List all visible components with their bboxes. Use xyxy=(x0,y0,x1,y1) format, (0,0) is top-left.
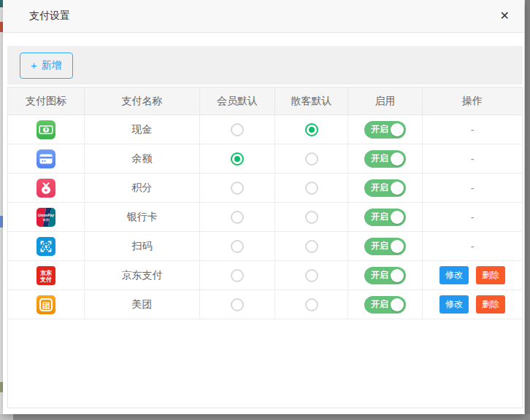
page-horizontal-scrollbar-track[interactable] xyxy=(0,414,530,420)
walkin-default-radio[interactable] xyxy=(305,123,318,136)
points-icon: ★ xyxy=(37,179,55,198)
payment-icon-cell: ¥ xyxy=(8,115,85,144)
cash-icon: ¥ xyxy=(37,120,55,139)
walkin-default-radio[interactable] xyxy=(305,152,318,166)
actions-cell: - xyxy=(423,203,522,231)
column-header: 支付图标 xyxy=(8,88,85,114)
payment-name: 现金 xyxy=(85,115,200,144)
toggle-on-label: 开启 xyxy=(371,298,388,311)
svg-text:支付: 支付 xyxy=(39,276,52,283)
table-row: ¥现金开启- xyxy=(8,115,522,144)
column-header: 启用 xyxy=(348,88,423,114)
modal-body: + 新增 支付图标支付名称会员默认散客默认启用操作 ¥现金开启-余额开启-★积分… xyxy=(7,46,523,408)
member-default-radio[interactable] xyxy=(231,182,244,195)
member-default-cell xyxy=(200,232,275,260)
payment-icon-cell: ★ xyxy=(8,174,85,202)
no-action-dash: - xyxy=(471,124,475,136)
no-action-dash: - xyxy=(471,153,475,165)
enable-toggle[interactable]: 开启 xyxy=(364,267,406,284)
enable-toggle[interactable]: 开启 xyxy=(364,121,406,139)
payment-name: 京东支付 xyxy=(85,261,200,289)
svg-text:京东: 京东 xyxy=(40,268,52,276)
walkin-default-radio[interactable] xyxy=(305,269,318,282)
toggle-on-label: 开启 xyxy=(371,269,388,281)
enable-toggle[interactable]: 开启 xyxy=(364,238,406,255)
toggle-on-label: 开启 xyxy=(371,182,388,194)
member-default-radio[interactable] xyxy=(231,240,244,253)
page-horizontal-scrollbar-thumb[interactable] xyxy=(13,414,530,420)
payment-icon-cell: 京东支付 xyxy=(8,261,85,289)
modify-button[interactable]: 修改 xyxy=(439,295,469,313)
member-default-radio[interactable] xyxy=(231,123,244,136)
enable-cell: 开启 xyxy=(348,290,423,319)
column-header: 操作 xyxy=(423,88,522,114)
delete-button[interactable]: 删除 xyxy=(476,266,505,284)
no-action-dash: - xyxy=(471,241,475,252)
enable-toggle[interactable]: 开启 xyxy=(364,209,406,226)
column-header: 散客默认 xyxy=(275,88,348,114)
payment-name: 余额 xyxy=(85,144,200,173)
balance-icon xyxy=(37,149,55,168)
actions-cell: - xyxy=(423,144,522,173)
walkin-default-radio[interactable] xyxy=(305,240,318,253)
column-header: 会员默认 xyxy=(200,88,275,114)
delete-button[interactable]: 删除 xyxy=(476,295,505,313)
actions-cell: 修改删除 xyxy=(423,290,522,319)
member-default-cell xyxy=(200,174,275,202)
column-header: 支付名称 xyxy=(85,88,200,114)
payment-name: 银行卡 xyxy=(85,203,200,231)
bankcard-icon: UnionPay银联 xyxy=(37,208,55,227)
modal-header: 支付设置 ✕ xyxy=(3,0,524,33)
walkin-default-cell xyxy=(275,232,348,260)
no-action-dash: - xyxy=(471,182,475,194)
payment-icon-cell: 团 xyxy=(8,290,85,319)
toggle-knob xyxy=(391,152,404,166)
svg-text:银联: 银联 xyxy=(42,218,50,222)
walkin-default-cell xyxy=(275,144,348,173)
table-row: 团美团开启修改删除 xyxy=(8,290,522,319)
payment-name: 扫码 xyxy=(85,232,200,260)
payment-icon-cell: ¥ xyxy=(8,232,85,260)
table-row: ¥扫码开启- xyxy=(8,232,522,261)
modal-title: 支付设置 xyxy=(29,9,70,23)
toolbar: + 新增 xyxy=(7,46,523,85)
payment-name: 美团 xyxy=(85,290,200,319)
member-default-cell xyxy=(200,144,275,173)
table-row: 余额开启- xyxy=(8,144,522,174)
page-vertical-scrollbar[interactable] xyxy=(525,0,530,420)
walkin-default-radio[interactable] xyxy=(305,298,318,311)
walkin-default-radio[interactable] xyxy=(305,182,318,195)
enable-cell: 开启 xyxy=(348,115,423,144)
enable-toggle[interactable]: 开启 xyxy=(364,179,406,197)
enable-toggle[interactable]: 开启 xyxy=(364,296,406,314)
toggle-knob xyxy=(391,123,404,136)
enable-cell: 开启 xyxy=(348,174,423,202)
member-default-radio[interactable] xyxy=(231,298,244,311)
walkin-default-cell xyxy=(275,261,348,289)
member-default-cell xyxy=(200,203,275,231)
actions-cell: - xyxy=(423,174,522,202)
member-default-radio[interactable] xyxy=(231,269,244,282)
table-header-row: 支付图标支付名称会员默认散客默认启用操作 xyxy=(8,88,522,115)
payment-name: 积分 xyxy=(85,174,200,202)
member-default-radio[interactable] xyxy=(231,152,244,166)
toggle-on-label: 开启 xyxy=(371,240,388,252)
toggle-knob xyxy=(391,240,404,253)
enable-cell: 开启 xyxy=(348,232,423,260)
member-default-radio[interactable] xyxy=(231,211,244,224)
toggle-knob xyxy=(391,298,404,311)
enable-toggle[interactable]: 开启 xyxy=(364,150,406,168)
member-default-cell xyxy=(200,290,275,319)
table-row: UnionPay银联银行卡开启- xyxy=(8,203,522,232)
svg-text:UnionPay: UnionPay xyxy=(38,214,54,217)
payments-table: 支付图标支付名称会员默认散客默认启用操作 ¥现金开启-余额开启-★积分开启-Un… xyxy=(7,87,523,408)
svg-text:★: ★ xyxy=(44,187,48,192)
actions-cell: 修改删除 xyxy=(423,261,522,289)
payment-settings-modal: 支付设置 ✕ + 新增 支付图标支付名称会员默认散客默认启用操作 ¥现金开启-余… xyxy=(3,0,524,414)
close-icon[interactable]: ✕ xyxy=(499,9,511,23)
modify-button[interactable]: 修改 xyxy=(439,266,469,284)
walkin-default-radio[interactable] xyxy=(305,211,318,224)
toggle-on-label: 开启 xyxy=(371,123,388,136)
walkin-default-cell xyxy=(275,174,348,202)
add-button[interactable]: + 新增 xyxy=(20,52,73,79)
